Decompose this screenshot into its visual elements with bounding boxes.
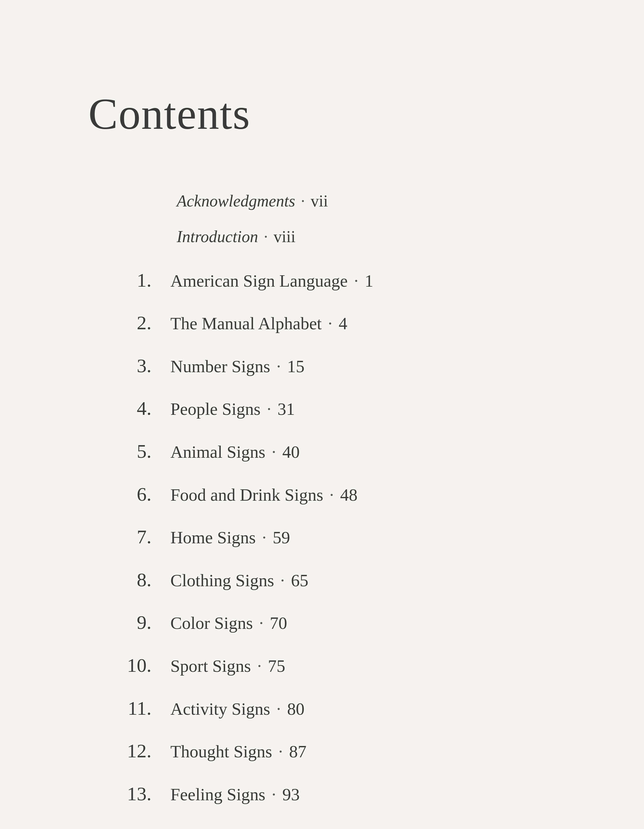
toc-number-12: 12.	[88, 738, 151, 764]
toc-page-4: 31	[277, 399, 295, 419]
toc-page-12: 87	[289, 742, 306, 761]
toc-title-4: People Signs·31	[170, 398, 295, 421]
toc-title-13: Feeling Signs·93	[170, 783, 300, 806]
toc-item: 8. Clothing Signs·65	[88, 567, 581, 593]
toc-number-4: 4.	[88, 396, 151, 421]
toc-dot-3: ·	[276, 357, 281, 376]
toc-number-2: 2.	[88, 310, 151, 336]
toc-number-8: 8.	[88, 567, 151, 593]
toc-number-13: 13.	[88, 781, 151, 807]
toc-number-3: 3.	[88, 353, 151, 378]
toc-item: 6. Food and Drink Signs·48	[88, 481, 581, 507]
toc-item: 2. The Manual Alphabet·4	[88, 310, 581, 336]
toc-page-8: 65	[291, 571, 308, 590]
toc-title-2: The Manual Alphabet·4	[170, 312, 347, 335]
toc-number-5: 5.	[88, 438, 151, 464]
toc-dot-6: ·	[329, 485, 334, 504]
toc-page-6: 48	[340, 485, 357, 504]
toc-page-1: 1	[365, 271, 373, 290]
toc-item: 13. Feeling Signs·93	[88, 781, 581, 807]
toc-dot-4: ·	[267, 399, 271, 419]
page-title: Contents	[88, 88, 581, 139]
toc-title-8: Clothing Signs·65	[170, 569, 308, 592]
toc-dot-5: ·	[272, 442, 276, 462]
toc-dot-13: ·	[272, 785, 276, 804]
page: Contents Acknowledgments·vii Introductio…	[0, 0, 644, 829]
toc-number-11: 11.	[88, 695, 151, 721]
prelim-introduction: Introduction·viii	[177, 225, 581, 249]
prelim-acknowledgments-label: Acknowledgments	[177, 192, 295, 210]
toc-dot-2: ·	[328, 314, 332, 333]
toc-item: 5. Animal Signs·40	[88, 438, 581, 464]
toc-dot-14: ·	[267, 827, 271, 829]
toc-item: 4. People Signs·31	[88, 396, 581, 421]
toc-title-1: American Sign Language·1	[170, 270, 373, 292]
toc-dot-7: ·	[262, 528, 266, 547]
toc-list: 1. American Sign Language·1 2. The Manua…	[88, 267, 581, 829]
toc-title-7: Home Signs·59	[170, 526, 290, 549]
toc-page-13: 93	[282, 785, 300, 804]
toc-number-6: 6.	[88, 481, 151, 507]
toc-dot-8: ·	[280, 571, 285, 590]
prelim-introduction-label: Introduction	[177, 228, 258, 246]
toc-page-10: 75	[268, 656, 285, 676]
toc-dot-11: ·	[276, 699, 281, 719]
toc-item: 3. Number Signs·15	[88, 353, 581, 378]
toc-title-6: Food and Drink Signs·48	[170, 484, 357, 506]
prelims-section: Acknowledgments·vii Introduction·viii	[177, 190, 581, 249]
toc-page-11: 80	[287, 699, 304, 719]
toc-item: 12. Thought Signs·87	[88, 738, 581, 764]
prelim-acknowledgments-dot: ·	[301, 192, 305, 210]
prelim-introduction-page: viii	[274, 228, 295, 246]
toc-title-9: Color Signs·70	[170, 612, 287, 635]
toc-number-7: 7.	[88, 524, 151, 550]
toc-item: 11. Activity Signs·80	[88, 695, 581, 721]
toc-dot-12: ·	[278, 742, 283, 761]
toc-title-3: Number Signs·15	[170, 355, 304, 378]
toc-title-5: Animal Signs·40	[170, 441, 300, 463]
toc-title-11: Activity Signs·80	[170, 698, 304, 720]
prelim-acknowledgments: Acknowledgments·vii	[177, 190, 581, 213]
toc-title-14: Action Signs·101	[170, 826, 304, 829]
toc-number-9: 9.	[88, 610, 151, 635]
toc-page-14: 101	[277, 827, 304, 829]
toc-title-10: Sport Signs·75	[170, 655, 285, 678]
toc-item: 1. American Sign Language·1	[88, 267, 581, 293]
toc-title-12: Thought Signs·87	[170, 740, 306, 763]
toc-page-2: 4	[339, 314, 347, 333]
toc-number-1: 1.	[88, 267, 151, 293]
prelim-introduction-dot: ·	[264, 228, 268, 246]
toc-item: 14. Action Signs·101	[88, 824, 581, 829]
toc-page-7: 59	[272, 528, 290, 547]
toc-item: 10. Sport Signs·75	[88, 652, 581, 678]
toc-item: 9. Color Signs·70	[88, 610, 581, 635]
prelim-acknowledgments-page: vii	[310, 192, 328, 210]
toc-dot-9: ·	[259, 613, 263, 633]
toc-number-10: 10.	[88, 652, 151, 678]
toc-item: 7. Home Signs·59	[88, 524, 581, 550]
toc-page-3: 15	[287, 357, 304, 376]
toc-dot-10: ·	[257, 656, 261, 676]
toc-page-5: 40	[282, 442, 300, 462]
toc-dot-1: ·	[354, 271, 359, 290]
toc-number-14: 14.	[88, 824, 151, 829]
toc-page-9: 70	[270, 613, 287, 633]
